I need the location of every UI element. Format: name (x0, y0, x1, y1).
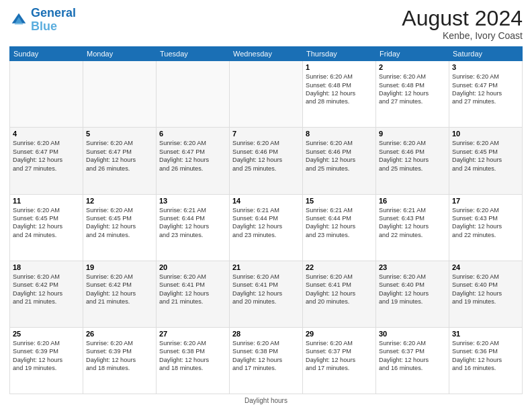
day-number: 31 (452, 330, 519, 338)
day-number: 5 (86, 130, 153, 138)
footer-note: Daylight hours (9, 397, 523, 404)
calendar-cell: 24Sunrise: 6:20 AM Sunset: 6:40 PM Dayli… (449, 261, 523, 327)
calendar-header-row: SundayMondayTuesdayWednesdayThursdayFrid… (10, 47, 523, 61)
day-info: Sunrise: 6:21 AM Sunset: 6:44 PM Dayligh… (232, 206, 300, 240)
weekday-header-friday: Friday (376, 47, 449, 61)
day-info: Sunrise: 6:20 AM Sunset: 6:36 PM Dayligh… (452, 339, 519, 373)
day-info: Sunrise: 6:20 AM Sunset: 6:47 PM Dayligh… (159, 139, 226, 173)
day-number: 18 (13, 263, 80, 271)
day-info: Sunrise: 6:20 AM Sunset: 6:47 PM Dayligh… (13, 139, 80, 173)
calendar-cell: 9Sunrise: 6:20 AM Sunset: 6:46 PM Daylig… (376, 128, 449, 194)
day-info: Sunrise: 6:20 AM Sunset: 6:46 PM Dayligh… (379, 139, 446, 173)
weekday-header-monday: Monday (83, 47, 157, 61)
day-number: 7 (232, 130, 300, 138)
day-number: 16 (379, 197, 446, 205)
day-number: 15 (306, 197, 373, 205)
calendar-week-3: 11Sunrise: 6:20 AM Sunset: 6:45 PM Dayli… (10, 194, 523, 261)
calendar-cell (157, 61, 230, 128)
logo-text: GeneralBlue (31, 7, 76, 34)
day-info: Sunrise: 6:20 AM Sunset: 6:38 PM Dayligh… (159, 339, 226, 373)
day-info: Sunrise: 6:20 AM Sunset: 6:37 PM Dayligh… (379, 339, 446, 373)
day-info: Sunrise: 6:20 AM Sunset: 6:39 PM Dayligh… (86, 339, 153, 373)
day-number: 6 (159, 130, 226, 138)
day-number: 17 (452, 197, 519, 205)
day-number: 22 (306, 263, 373, 271)
logo: GeneralBlue (9, 7, 76, 34)
calendar-cell: 13Sunrise: 6:21 AM Sunset: 6:44 PM Dayli… (157, 194, 230, 261)
day-info: Sunrise: 6:20 AM Sunset: 6:42 PM Dayligh… (13, 273, 80, 306)
calendar-cell: 25Sunrise: 6:20 AM Sunset: 6:39 PM Dayli… (10, 327, 83, 394)
calendar-cell (230, 61, 303, 128)
calendar-cell: 28Sunrise: 6:20 AM Sunset: 6:38 PM Dayli… (230, 327, 303, 394)
day-info: Sunrise: 6:20 AM Sunset: 6:45 PM Dayligh… (86, 206, 153, 240)
day-info: Sunrise: 6:21 AM Sunset: 6:44 PM Dayligh… (159, 206, 226, 240)
day-info: Sunrise: 6:20 AM Sunset: 6:42 PM Dayligh… (86, 273, 153, 306)
day-info: Sunrise: 6:20 AM Sunset: 6:41 PM Dayligh… (306, 273, 373, 306)
calendar: SundayMondayTuesdayWednesdayThursdayFrid… (9, 46, 523, 394)
day-number: 28 (232, 330, 300, 338)
day-info: Sunrise: 6:20 AM Sunset: 6:46 PM Dayligh… (232, 139, 300, 173)
calendar-cell: 5Sunrise: 6:20 AM Sunset: 6:47 PM Daylig… (83, 128, 157, 194)
day-number: 30 (379, 330, 446, 338)
calendar-cell: 3Sunrise: 6:20 AM Sunset: 6:47 PM Daylig… (449, 61, 523, 128)
day-number: 9 (379, 130, 446, 138)
day-number: 4 (13, 130, 80, 138)
calendar-week-2: 4Sunrise: 6:20 AM Sunset: 6:47 PM Daylig… (10, 128, 523, 194)
calendar-cell: 8Sunrise: 6:20 AM Sunset: 6:46 PM Daylig… (303, 128, 376, 194)
day-number: 27 (159, 330, 226, 338)
weekday-header-wednesday: Wednesday (230, 47, 303, 61)
calendar-week-4: 18Sunrise: 6:20 AM Sunset: 6:42 PM Dayli… (10, 261, 523, 327)
day-info: Sunrise: 6:20 AM Sunset: 6:41 PM Dayligh… (159, 273, 226, 306)
day-info: Sunrise: 6:20 AM Sunset: 6:41 PM Dayligh… (232, 273, 300, 306)
weekday-header-saturday: Saturday (449, 47, 523, 61)
day-info: Sunrise: 6:20 AM Sunset: 6:48 PM Dayligh… (379, 73, 446, 106)
day-info: Sunrise: 6:20 AM Sunset: 6:39 PM Dayligh… (13, 339, 80, 373)
calendar-cell: 31Sunrise: 6:20 AM Sunset: 6:36 PM Dayli… (449, 327, 523, 394)
calendar-cell: 17Sunrise: 6:20 AM Sunset: 6:43 PM Dayli… (449, 194, 523, 261)
calendar-cell: 27Sunrise: 6:20 AM Sunset: 6:38 PM Dayli… (157, 327, 230, 394)
day-info: Sunrise: 6:21 AM Sunset: 6:43 PM Dayligh… (379, 206, 446, 240)
calendar-cell (10, 61, 83, 128)
calendar-cell: 6Sunrise: 6:20 AM Sunset: 6:47 PM Daylig… (157, 128, 230, 194)
calendar-cell: 16Sunrise: 6:21 AM Sunset: 6:43 PM Dayli… (376, 194, 449, 261)
day-number: 13 (159, 197, 226, 205)
day-info: Sunrise: 6:20 AM Sunset: 6:47 PM Dayligh… (452, 73, 519, 106)
calendar-cell: 10Sunrise: 6:20 AM Sunset: 6:45 PM Dayli… (449, 128, 523, 194)
day-number: 1 (306, 63, 373, 71)
title-block: August 2024 Kenbe, Ivory Coast (402, 7, 523, 41)
calendar-cell: 14Sunrise: 6:21 AM Sunset: 6:44 PM Dayli… (230, 194, 303, 261)
weekday-header-thursday: Thursday (303, 47, 376, 61)
day-number: 23 (379, 263, 446, 271)
page: GeneralBlue August 2024 Kenbe, Ivory Coa… (0, 0, 532, 411)
calendar-cell: 19Sunrise: 6:20 AM Sunset: 6:42 PM Dayli… (83, 261, 157, 327)
day-info: Sunrise: 6:20 AM Sunset: 6:37 PM Dayligh… (306, 339, 373, 373)
day-info: Sunrise: 6:20 AM Sunset: 6:46 PM Dayligh… (306, 139, 373, 173)
calendar-cell: 4Sunrise: 6:20 AM Sunset: 6:47 PM Daylig… (10, 128, 83, 194)
calendar-cell: 12Sunrise: 6:20 AM Sunset: 6:45 PM Dayli… (83, 194, 157, 261)
calendar-week-1: 1Sunrise: 6:20 AM Sunset: 6:48 PM Daylig… (10, 61, 523, 128)
day-number: 24 (452, 263, 519, 271)
calendar-cell: 18Sunrise: 6:20 AM Sunset: 6:42 PM Dayli… (10, 261, 83, 327)
day-number: 20 (159, 263, 226, 271)
day-number: 11 (13, 197, 80, 205)
day-info: Sunrise: 6:20 AM Sunset: 6:47 PM Dayligh… (86, 139, 153, 173)
calendar-cell: 15Sunrise: 6:21 AM Sunset: 6:44 PM Dayli… (303, 194, 376, 261)
day-info: Sunrise: 6:20 AM Sunset: 6:40 PM Dayligh… (452, 273, 519, 306)
day-info: Sunrise: 6:20 AM Sunset: 6:45 PM Dayligh… (452, 139, 519, 173)
calendar-cell: 22Sunrise: 6:20 AM Sunset: 6:41 PM Dayli… (303, 261, 376, 327)
calendar-cell: 2Sunrise: 6:20 AM Sunset: 6:48 PM Daylig… (376, 61, 449, 128)
month-year: August 2024 (402, 7, 523, 30)
weekday-header-tuesday: Tuesday (157, 47, 230, 61)
day-number: 25 (13, 330, 80, 338)
location: Kenbe, Ivory Coast (402, 30, 523, 41)
day-info: Sunrise: 6:21 AM Sunset: 6:44 PM Dayligh… (306, 206, 373, 240)
calendar-cell: 23Sunrise: 6:20 AM Sunset: 6:40 PM Dayli… (376, 261, 449, 327)
day-info: Sunrise: 6:20 AM Sunset: 6:48 PM Dayligh… (306, 73, 373, 106)
day-info: Sunrise: 6:20 AM Sunset: 6:38 PM Dayligh… (232, 339, 300, 373)
day-number: 29 (306, 330, 373, 338)
day-info: Sunrise: 6:20 AM Sunset: 6:43 PM Dayligh… (452, 206, 519, 240)
calendar-cell (83, 61, 157, 128)
calendar-week-5: 25Sunrise: 6:20 AM Sunset: 6:39 PM Dayli… (10, 327, 523, 394)
day-number: 12 (86, 197, 153, 205)
logo-icon (9, 11, 28, 30)
